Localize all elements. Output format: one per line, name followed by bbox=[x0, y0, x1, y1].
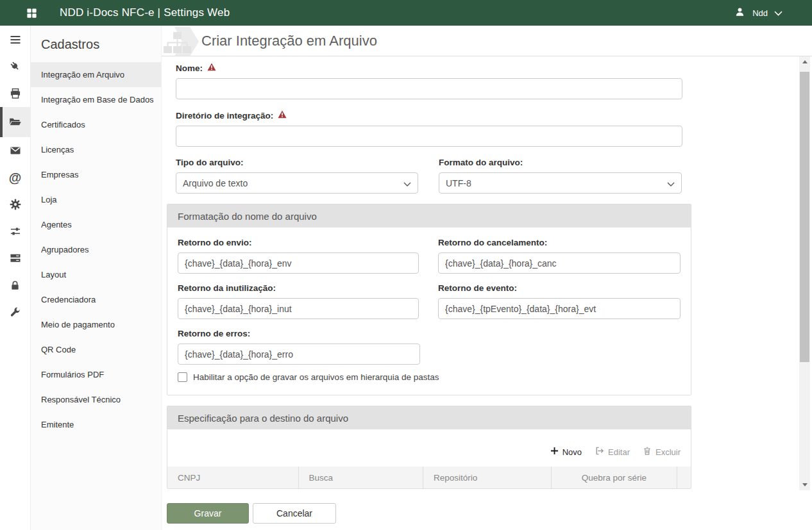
sidebar: Cadastros Integração em Arquivo Integraç… bbox=[31, 26, 162, 530]
retorno-evento-label: Retorno de evento: bbox=[438, 283, 681, 293]
server-icon[interactable] bbox=[0, 245, 30, 272]
sidebar-item-qr-code[interactable]: QR Code bbox=[31, 337, 161, 362]
retorno-evento-input[interactable] bbox=[438, 298, 681, 319]
page-header: Criar Integração em Arquivo bbox=[162, 26, 812, 56]
sidebar-item-responsavel-tecnico[interactable]: Responsável Técnico bbox=[31, 387, 161, 412]
gear-icon[interactable] bbox=[0, 191, 30, 218]
column-header-spacer bbox=[677, 467, 691, 488]
scrollbar-up-arrow[interactable] bbox=[799, 56, 810, 67]
retorno-erros-input[interactable] bbox=[178, 344, 420, 365]
at-sign-icon[interactable]: @ bbox=[0, 164, 30, 191]
sidebar-title: Cadastros bbox=[31, 26, 161, 62]
app-launcher-grid-icon[interactable] bbox=[26, 7, 38, 19]
panel-especificacao-title: Especificação para o destino do arquivo bbox=[167, 406, 691, 429]
chevron-down-icon bbox=[403, 178, 411, 188]
retorno-cancelamento-label: Retorno do cancelamento: bbox=[438, 238, 681, 247]
destino-table-header-row: CNPJ Busca Repositório Quebra por série bbox=[167, 467, 691, 488]
sidebar-item-certificados[interactable]: Certificados bbox=[31, 112, 161, 137]
main-content: Criar Integração em Arquivo Nome: bbox=[162, 26, 812, 530]
cancelar-button[interactable]: Cancelar bbox=[253, 503, 336, 524]
sidebar-item-integracao-em-arquivo[interactable]: Integração em Arquivo bbox=[31, 62, 161, 87]
lock-icon[interactable] bbox=[0, 272, 30, 299]
folder-open-icon[interactable] bbox=[0, 107, 30, 137]
gravar-button[interactable]: Gravar bbox=[167, 503, 249, 524]
column-header-quebra-por-serie: Quebra por série bbox=[552, 467, 677, 488]
topbar: NDD i-Docs NFC-e | Settings Web Ndd bbox=[0, 0, 812, 26]
trash-icon bbox=[643, 446, 652, 458]
module-icon-strip: @ bbox=[0, 26, 31, 530]
sidebar-item-meio-de-pagamento[interactable]: Meio de pagamento bbox=[31, 312, 161, 337]
formato-arquivo-label: Formato do arquivo: bbox=[439, 158, 682, 167]
column-header-cnpj: CNPJ bbox=[167, 467, 299, 488]
chevron-down-icon bbox=[774, 7, 782, 19]
retorno-cancelamento-input[interactable] bbox=[438, 253, 681, 274]
nome-label: Nome: bbox=[176, 63, 682, 73]
novo-button[interactable]: Novo bbox=[550, 447, 582, 457]
panel-especificacao: Especificação para o destino do arquivo … bbox=[167, 406, 691, 489]
sidebar-item-licencas[interactable]: Licenças bbox=[31, 137, 161, 162]
printer-icon[interactable] bbox=[0, 80, 30, 107]
diretorio-label: Diretório de integração: bbox=[176, 110, 682, 120]
sidebar-item-credenciadora[interactable]: Credenciadora bbox=[31, 287, 161, 312]
sliders-icon[interactable] bbox=[0, 218, 30, 245]
sitemap-watermark-icon bbox=[162, 27, 199, 56]
tipo-arquivo-select[interactable]: Arquivo de texto bbox=[176, 172, 418, 194]
sidebar-item-layout[interactable]: Layout bbox=[31, 262, 161, 287]
retorno-inutilizacao-label: Retorno da inutilização: bbox=[178, 283, 419, 293]
sidebar-item-formularios-pdf[interactable]: Formulários PDF bbox=[31, 362, 161, 387]
menu-icon[interactable] bbox=[0, 26, 30, 53]
scrollbar-thumb[interactable] bbox=[800, 72, 809, 362]
sidebar-item-integracao-em-base-de-dados[interactable]: Integração em Base de Dados bbox=[31, 87, 161, 112]
sidebar-item-emitente[interactable]: Emitente bbox=[31, 412, 161, 437]
user-name: Ndd bbox=[752, 8, 768, 18]
grid-toolbar: Novo Editar bbox=[167, 429, 691, 467]
required-warning-icon bbox=[207, 63, 216, 73]
vertical-scrollbar[interactable] bbox=[799, 56, 810, 490]
sidebar-item-empresas[interactable]: Empresas bbox=[31, 162, 161, 187]
hierarquia-pastas-label: Habilitar a opção de gravar os arquivos … bbox=[193, 372, 439, 382]
formato-arquivo-select[interactable]: UTF-8 bbox=[439, 172, 682, 194]
app-window: NDD i-Docs NFC-e | Settings Web Ndd bbox=[0, 0, 812, 530]
column-header-busca: Busca bbox=[299, 467, 424, 488]
panel-formatacao-title: Formatação do nome do arquivo bbox=[167, 204, 691, 228]
panel-formatacao: Formatação do nome do arquivo Retorno do… bbox=[167, 204, 691, 395]
sidebar-item-loja[interactable]: Loja bbox=[31, 187, 161, 212]
retorno-erros-label: Retorno de erros: bbox=[178, 329, 420, 338]
sidebar-item-agrupadores[interactable]: Agrupadores bbox=[31, 237, 161, 262]
scrollbar-down-arrow[interactable] bbox=[799, 479, 810, 490]
chevron-down-icon bbox=[667, 178, 675, 188]
mail-icon[interactable] bbox=[0, 137, 30, 164]
required-warning-icon bbox=[278, 110, 287, 120]
retorno-envio-label: Retorno do envio: bbox=[178, 238, 419, 247]
nome-input[interactable] bbox=[176, 78, 682, 99]
plus-icon bbox=[550, 447, 559, 457]
plug-icon[interactable] bbox=[0, 53, 30, 80]
app-title: NDD i-Docs NFC-e | Settings Web bbox=[60, 6, 230, 19]
page-title: Criar Integração em Arquivo bbox=[201, 33, 377, 49]
tipo-arquivo-label: Tipo do arquivo: bbox=[176, 158, 418, 167]
excluir-button[interactable]: Excluir bbox=[643, 446, 681, 458]
diretorio-input[interactable] bbox=[176, 126, 682, 147]
retorno-envio-input[interactable] bbox=[178, 253, 419, 274]
form-scroll-area: Nome: Diretório de i bbox=[162, 56, 812, 490]
user-icon bbox=[734, 6, 746, 21]
edit-icon bbox=[595, 446, 604, 458]
wrench-icon[interactable] bbox=[0, 299, 30, 326]
retorno-inutilizacao-input[interactable] bbox=[178, 298, 419, 319]
user-menu[interactable]: Ndd bbox=[734, 6, 782, 21]
hierarquia-pastas-checkbox[interactable] bbox=[178, 372, 187, 382]
sidebar-item-agentes[interactable]: Agentes bbox=[31, 212, 161, 237]
editar-button[interactable]: Editar bbox=[595, 446, 630, 458]
column-header-repositorio: Repositório bbox=[423, 467, 552, 488]
form-footer: Gravar Cancelar bbox=[162, 490, 812, 530]
